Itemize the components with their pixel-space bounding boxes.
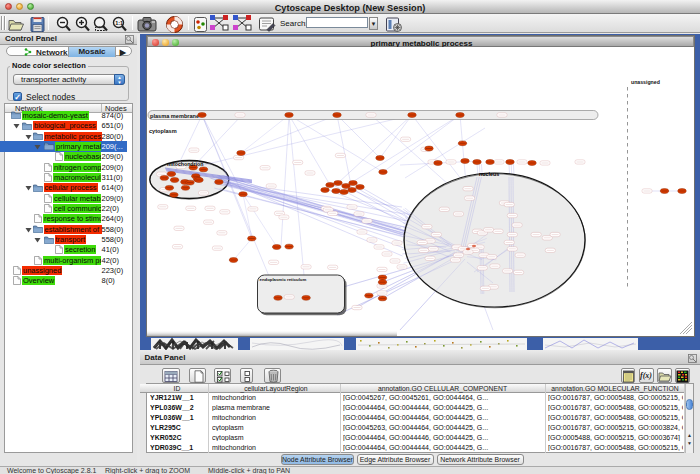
svg-text:1:1: 1:1 (115, 20, 123, 26)
svg-text:cytoplasm: cytoplasm (149, 128, 177, 134)
svg-text:nucleus: nucleus (479, 171, 499, 177)
svg-text:endoplasmic reticulum: endoplasmic reticulum (260, 277, 307, 282)
svg-text:unassigned: unassigned (631, 79, 660, 85)
svg-text:mitochondrion: mitochondrion (167, 161, 203, 167)
svg-text:plasma membrane: plasma membrane (150, 113, 199, 119)
